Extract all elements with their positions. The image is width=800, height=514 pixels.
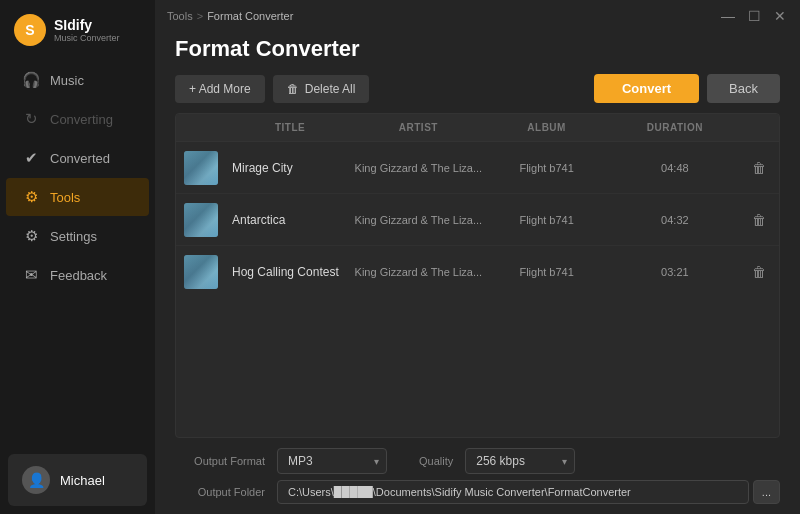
track-artist-3: King Gizzard & The Liza...: [354, 266, 482, 278]
table-body: Mirage City King Gizzard & The Liza... F…: [176, 142, 779, 298]
album-art-3: [184, 255, 218, 289]
track-table: TITLE ARTIST ALBUM DURATION Mirage City …: [175, 113, 780, 438]
table-header: TITLE ARTIST ALBUM DURATION: [176, 114, 779, 142]
sidebar-item-converted[interactable]: ✔ Converted: [6, 139, 149, 177]
track-duration-3: 03:21: [611, 266, 739, 278]
bottom-bar: Output Format MP3 ▾ Quality 256 kbps ▾ O…: [155, 438, 800, 514]
logo-text: SIdify Music Converter: [54, 17, 120, 43]
quality-select-wrap: 256 kbps ▾: [465, 448, 575, 474]
sidebar-item-music[interactable]: 🎧 Music: [6, 61, 149, 99]
music-icon: 🎧: [22, 71, 40, 89]
app-logo: S SIdify Music Converter: [0, 0, 155, 56]
add-more-button[interactable]: + Add More: [175, 75, 265, 103]
track-duration-1: 04:48: [611, 162, 739, 174]
track-artist-2: King Gizzard & The Liza...: [354, 214, 482, 226]
delete-track-1-button[interactable]: 🗑: [748, 156, 770, 180]
delete-track-3-button[interactable]: 🗑: [748, 260, 770, 284]
user-avatar: 👤: [22, 466, 50, 494]
breadcrumb-parent: Tools: [167, 10, 193, 22]
page-title-area: Format Converter: [155, 30, 800, 74]
sidebar-nav: 🎧 Music ↻ Converting ✔ Converted ⚙ Tools…: [0, 56, 155, 446]
delete-track-2-button[interactable]: 🗑: [748, 208, 770, 232]
track-thumb-3: [176, 255, 226, 289]
delete-all-button[interactable]: 🗑 Delete All: [273, 75, 370, 103]
track-duration-2: 04:32: [611, 214, 739, 226]
col-album: ALBUM: [483, 122, 611, 133]
col-action: [739, 122, 779, 133]
close-button[interactable]: ✕: [772, 8, 788, 24]
app-name: SIdify: [54, 17, 120, 33]
maximize-button[interactable]: ☐: [746, 8, 762, 24]
app-subtitle: Music Converter: [54, 33, 120, 43]
folder-input-wrap: ...: [277, 480, 780, 504]
converted-icon: ✔: [22, 149, 40, 167]
track-title-1: Mirage City: [226, 161, 354, 175]
col-duration: DURATION: [611, 122, 739, 133]
sidebar-label-music: Music: [50, 73, 84, 88]
delete-all-label: Delete All: [305, 82, 356, 96]
main-content: Tools > Format Converter — ☐ ✕ Format Co…: [155, 0, 800, 514]
album-art-1: [184, 151, 218, 185]
album-art-2: [184, 203, 218, 237]
track-album-2: Flight b741: [483, 214, 611, 226]
format-quality-row: Output Format MP3 ▾ Quality 256 kbps ▾: [175, 448, 780, 474]
track-thumb-2: [176, 203, 226, 237]
track-title-3: Hog Calling Contest: [226, 265, 354, 279]
trash-icon: 🗑: [287, 82, 299, 96]
track-artist-1: King Gizzard & The Liza...: [354, 162, 482, 174]
sidebar-label-converting: Converting: [50, 112, 113, 127]
sidebar-item-converting: ↻ Converting: [6, 100, 149, 138]
output-folder-input[interactable]: [277, 480, 749, 504]
table-row: Antarctica King Gizzard & The Liza... Fl…: [176, 194, 779, 246]
user-profile[interactable]: 👤 Michael: [8, 454, 147, 506]
settings-icon: ⚙: [22, 227, 40, 245]
toolbar: + Add More 🗑 Delete All Convert Back: [155, 74, 800, 113]
sidebar-item-tools[interactable]: ⚙ Tools: [6, 178, 149, 216]
breadcrumb-separator: >: [197, 10, 203, 22]
quality-label: Quality: [419, 455, 453, 467]
col-title: TITLE: [226, 122, 354, 133]
back-button[interactable]: Back: [707, 74, 780, 103]
title-bar: Tools > Format Converter — ☐ ✕: [155, 0, 800, 30]
window-controls: — ☐ ✕: [720, 8, 788, 24]
breadcrumb-current: Format Converter: [207, 10, 293, 22]
breadcrumb: Tools > Format Converter: [167, 10, 293, 22]
track-delete-2: 🗑: [739, 208, 779, 232]
sidebar-label-converted: Converted: [50, 151, 110, 166]
track-album-1: Flight b741: [483, 162, 611, 174]
page-title: Format Converter: [175, 36, 780, 62]
col-artist: ARTIST: [354, 122, 482, 133]
sidebar-label-tools: Tools: [50, 190, 80, 205]
output-folder-label: Output Folder: [175, 486, 265, 498]
table-row: Hog Calling Contest King Gizzard & The L…: [176, 246, 779, 298]
track-thumb-1: [176, 151, 226, 185]
sidebar-label-settings: Settings: [50, 229, 97, 244]
output-format-label: Output Format: [175, 455, 265, 467]
converting-icon: ↻: [22, 110, 40, 128]
col-thumb: [176, 122, 226, 133]
sidebar-item-settings[interactable]: ⚙ Settings: [6, 217, 149, 255]
convert-button[interactable]: Convert: [594, 74, 699, 103]
track-title-2: Antarctica: [226, 213, 354, 227]
sidebar-item-feedback[interactable]: ✉ Feedback: [6, 256, 149, 294]
minimize-button[interactable]: —: [720, 8, 736, 24]
browse-folder-button[interactable]: ...: [753, 480, 780, 504]
user-name: Michael: [60, 473, 105, 488]
output-format-select-wrap: MP3 ▾: [277, 448, 387, 474]
track-delete-1: 🗑: [739, 156, 779, 180]
track-album-3: Flight b741: [483, 266, 611, 278]
sidebar: S SIdify Music Converter 🎧 Music ↻ Conve…: [0, 0, 155, 514]
tools-icon: ⚙: [22, 188, 40, 206]
track-delete-3: 🗑: [739, 260, 779, 284]
sidebar-label-feedback: Feedback: [50, 268, 107, 283]
table-row: Mirage City King Gizzard & The Liza... F…: [176, 142, 779, 194]
logo-icon: S: [14, 14, 46, 46]
folder-row: Output Folder ...: [175, 480, 780, 504]
quality-select[interactable]: 256 kbps: [465, 448, 575, 474]
output-format-select[interactable]: MP3: [277, 448, 387, 474]
feedback-icon: ✉: [22, 266, 40, 284]
